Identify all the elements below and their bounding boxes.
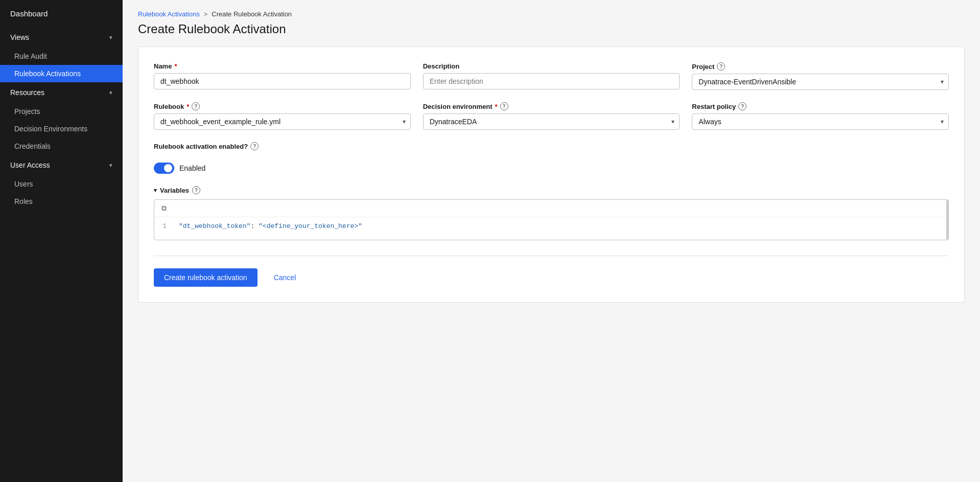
breadcrumb: Rulebook Activations > Create Rulebook A…: [138, 10, 965, 18]
toggle-enabled-text: Enabled: [179, 164, 205, 172]
page-title: Create Rulebook Activation: [138, 22, 965, 36]
form-group-decision-env: Decision environment * ? DynatraceEDA ▾: [423, 102, 680, 130]
form-group-description: Description: [423, 62, 680, 90]
variables-header[interactable]: ▾ Variables ?: [154, 186, 949, 194]
decision-env-select-wrapper: DynatraceEDA ▾: [423, 113, 680, 130]
restart-policy-select[interactable]: Always: [692, 113, 949, 130]
decision-env-label: Decision environment * ?: [423, 102, 680, 110]
rulebook-help-icon[interactable]: ?: [192, 102, 200, 110]
activation-toggle[interactable]: [154, 163, 174, 174]
breadcrumb-parent[interactable]: Rulebook Activations: [138, 10, 200, 18]
sidebar: Dashboard Views ▾ Rule Audit Rulebook Ac…: [0, 0, 123, 482]
cancel-button[interactable]: Cancel: [266, 268, 305, 287]
sidebar-item-decision-environments[interactable]: Decision Environments: [0, 120, 123, 137]
sidebar-item-dashboard[interactable]: Dashboard: [0, 0, 123, 27]
sidebar-item-projects[interactable]: Projects: [0, 103, 123, 120]
sidebar-item-credentials[interactable]: Credentials: [0, 137, 123, 155]
project-help-icon[interactable]: ?: [717, 62, 725, 71]
name-label: Name *: [154, 62, 411, 70]
form-divider: [154, 256, 949, 256]
form-group-project: Project ? Dynatrace-EventDrivenAnsible ▾: [692, 62, 949, 90]
sidebar-resources-chevron: ▾: [109, 89, 112, 96]
main-content: Rulebook Activations > Create Rulebook A…: [123, 0, 980, 482]
activation-enabled-help-icon[interactable]: ?: [250, 142, 259, 150]
sidebar-user-access-chevron: ▾: [109, 162, 112, 169]
description-label: Description: [423, 62, 680, 70]
code-copy-button[interactable]: ⧉: [159, 203, 169, 214]
activation-enabled-row: Rulebook activation enabled? ?: [154, 142, 949, 150]
code-toolbar: ⧉: [154, 200, 948, 217]
name-required: *: [174, 62, 177, 70]
restart-policy-help-icon[interactable]: ?: [738, 102, 746, 110]
variables-help-icon[interactable]: ?: [192, 186, 200, 194]
name-input[interactable]: [154, 73, 411, 89]
project-label: Project ?: [692, 62, 949, 71]
code-key: "dt_webhook_token": [179, 222, 250, 230]
sidebar-item-users[interactable]: Users: [0, 175, 123, 193]
rulebook-label: Rulebook * ?: [154, 102, 411, 110]
sidebar-item-roles[interactable]: Roles: [0, 193, 123, 210]
code-content[interactable]: "dt_webhook_token": "<define_your_token_…: [173, 222, 948, 230]
line-numbers: 1: [154, 222, 173, 230]
rulebook-required: *: [186, 103, 189, 110]
sidebar-views-label: Views: [10, 33, 29, 41]
rulebook-select[interactable]: dt_webhook_event_example_rule.yml: [154, 113, 411, 130]
sidebar-item-rule-audit[interactable]: Rule Audit: [0, 48, 123, 65]
decision-env-required: *: [495, 103, 497, 110]
variables-label: Variables: [160, 187, 189, 194]
code-body: 1 "dt_webhook_token": "<define_your_toke…: [154, 217, 948, 235]
action-row: Create rulebook activation Cancel: [154, 268, 949, 287]
description-input[interactable]: [423, 73, 680, 89]
sidebar-views-header[interactable]: Views ▾: [0, 27, 123, 48]
breadcrumb-separator: >: [204, 10, 208, 18]
activation-enabled-label: Rulebook activation enabled? ?: [154, 142, 259, 150]
create-button[interactable]: Create rulebook activation: [154, 268, 258, 287]
variables-chevron-icon: ▾: [154, 187, 157, 194]
code-editor: ⧉ 1 "dt_webhook_token": "<define_your_to…: [154, 199, 949, 240]
restart-policy-label: Restart policy ?: [692, 102, 949, 110]
sidebar-user-access-label: User Access: [10, 161, 50, 169]
form-card: Name * Description Project ?: [138, 47, 965, 303]
restart-policy-select-wrapper: Always ▾: [692, 113, 949, 130]
code-scrollbar[interactable]: [946, 200, 948, 240]
decision-env-select[interactable]: DynatraceEDA: [423, 113, 680, 130]
breadcrumb-current: Create Rulebook Activation: [212, 10, 292, 18]
form-row-2: Rulebook * ? dt_webhook_event_example_ru…: [154, 102, 949, 130]
code-value: "<define_your_token_here>": [259, 222, 362, 230]
form-group-name: Name *: [154, 62, 411, 90]
decision-env-help-icon[interactable]: ?: [500, 102, 508, 110]
toggle-knob: [164, 164, 172, 172]
toggle-row: Enabled: [154, 163, 949, 174]
project-select[interactable]: Dynatrace-EventDrivenAnsible: [692, 74, 949, 90]
form-group-rulebook: Rulebook * ? dt_webhook_event_example_ru…: [154, 102, 411, 130]
rulebook-select-wrapper: dt_webhook_event_example_rule.yml ▾: [154, 113, 411, 130]
sidebar-resources-header[interactable]: Resources ▾: [0, 82, 123, 103]
form-group-restart-policy: Restart policy ? Always ▾: [692, 102, 949, 130]
sidebar-user-access-header[interactable]: User Access ▾: [0, 155, 123, 175]
sidebar-resources-label: Resources: [10, 88, 44, 97]
project-select-wrapper: Dynatrace-EventDrivenAnsible ▾: [692, 74, 949, 90]
form-row-1: Name * Description Project ?: [154, 62, 949, 90]
sidebar-views-chevron: ▾: [109, 34, 112, 41]
sidebar-item-rulebook-activations[interactable]: Rulebook Activations: [0, 65, 123, 82]
